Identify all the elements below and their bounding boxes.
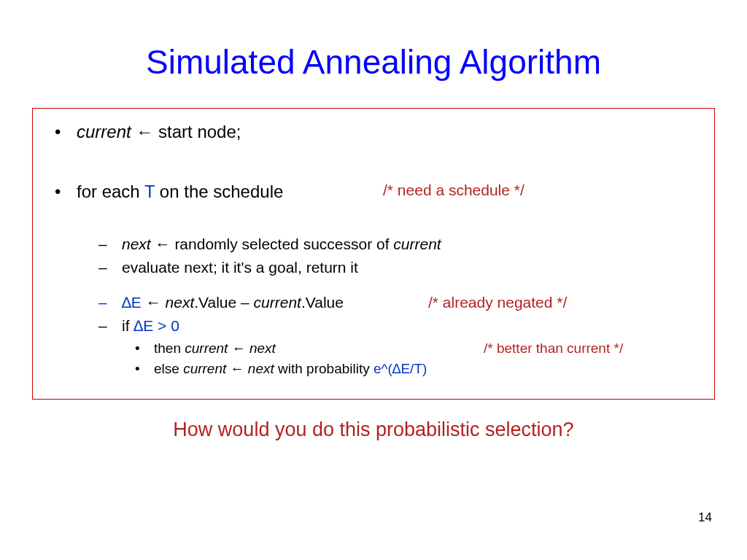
algorithm-box: • current ← start node; • for each T on …	[32, 108, 715, 400]
comment-better: /* better than current */	[484, 341, 623, 357]
comment-negated: /* already negated */	[428, 294, 567, 311]
algo-line-delta-e: – ∆E ← next.Value – current.Value /* alr…	[33, 294, 714, 311]
algo-line-if: – if ∆E > 0	[33, 317, 714, 335]
algo-line-evaluate: – evaluate next; it it's a goal, return …	[33, 259, 714, 276]
page-title: Simulated Annealing Algorithm	[0, 0, 747, 108]
algo-line-current: • current ← start node;	[33, 122, 714, 142]
comment-schedule: /* need a schedule */	[383, 182, 525, 199]
algo-line-foreach: • for each T on the schedule /* need a s…	[33, 182, 714, 202]
footer-question: How would you do this probabilistic sele…	[0, 419, 747, 441]
algo-line-else: • else current ← next with probability e…	[33, 361, 714, 377]
page-number: 14	[698, 510, 712, 525]
algo-line-next: – next ← randomly selected successor of …	[33, 236, 714, 253]
algo-line-then: • then current ← next /* better than cur…	[33, 341, 714, 357]
